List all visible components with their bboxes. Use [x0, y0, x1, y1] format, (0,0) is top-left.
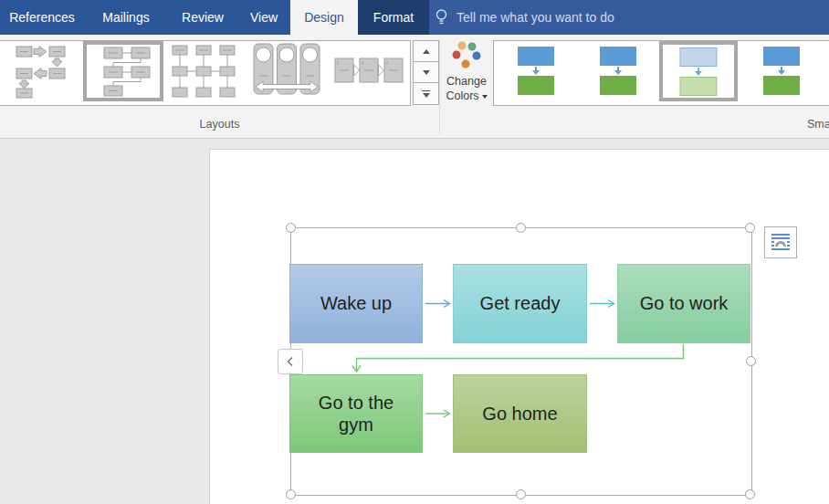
layout-thumb-continuous-picture-list[interactable]	[253, 43, 320, 98]
dropdown-caret-icon	[482, 95, 488, 99]
lightbulb-icon	[435, 8, 448, 26]
tab-review-label: Review	[182, 10, 224, 25]
smartart-style-white-outline[interactable]	[599, 47, 637, 95]
layouts-group-label: Layouts	[0, 118, 439, 131]
tab-design-label: Design	[304, 10, 344, 25]
layouts-gallery-scroll-down-button[interactable]	[413, 61, 439, 84]
gallery-more-arrow-icon	[423, 93, 430, 98]
repeating-bending-process-icon	[88, 46, 159, 97]
node-label: Get ready	[480, 292, 561, 314]
layouts-gallery-more-button[interactable]	[413, 82, 439, 105]
node-label: Go to work	[640, 292, 729, 314]
change-colors-label-line1: Change	[446, 75, 487, 88]
selection-handle-bottom-center[interactable]	[516, 489, 526, 499]
node-label: Go to the gym	[306, 392, 406, 436]
smartart-node-get-ready[interactable]: Get ready	[453, 264, 587, 343]
layouts-gallery-scroll-up-button[interactable]	[413, 40, 439, 63]
chevron-left-icon	[287, 356, 294, 367]
selection-handle-top-left[interactable]	[286, 223, 296, 233]
layout-options-icon	[771, 233, 791, 253]
block-list-grid-icon	[172, 44, 236, 99]
scroll-up-icon	[423, 49, 430, 54]
selection-handle-top-center[interactable]	[516, 223, 526, 233]
text-pane-toggle-button[interactable]	[278, 349, 303, 374]
smartart-node-go-to-work[interactable]: Go to work	[617, 264, 750, 343]
tab-design-active[interactable]: Design	[290, 0, 358, 35]
smartart-style-simple-fill[interactable]	[517, 47, 555, 95]
style-subtle-effect-icon	[679, 47, 718, 96]
continuous-picture-list-icon	[253, 43, 320, 98]
selection-handle-top-right[interactable]	[745, 223, 755, 233]
selection-handle-bottom-left[interactable]	[286, 489, 296, 499]
smartart-style-intense-effect[interactable]	[762, 47, 801, 95]
tell-me-box[interactable]: Tell me what you want to do	[435, 0, 614, 35]
smartart-node-go-home[interactable]: Go home	[453, 374, 587, 453]
group-separator	[439, 37, 440, 134]
ribbon-design-tab-content: Layouts Change Colors	[0, 35, 829, 139]
smartart-node-go-to-the-gym[interactable]: Go to the gym	[289, 374, 423, 453]
change-colors-icon	[450, 40, 483, 71]
layout-thumb-bending-process-arrows[interactable]	[16, 44, 68, 99]
tab-references[interactable]: References	[0, 0, 84, 35]
layout-options-button[interactable]	[764, 226, 797, 258]
bending-process-arrows-icon	[16, 44, 68, 99]
tab-view[interactable]: View	[237, 0, 290, 35]
gallery-more-icon	[422, 90, 430, 91]
change-colors-label-line2: Colors	[446, 89, 478, 102]
picture-accent-process-icon	[334, 55, 404, 86]
tab-mailings[interactable]: Mailings	[84, 0, 168, 35]
tab-view-label: View	[250, 10, 278, 25]
tab-references-label: References	[9, 10, 75, 25]
node-label: Go home	[482, 403, 557, 425]
layout-thumb-picture-accent-process[interactable]	[334, 55, 404, 86]
smartart-style-subtle-effect-selected[interactable]	[659, 41, 738, 101]
selection-handle-right-middle[interactable]	[746, 356, 756, 366]
tab-format-label: Format	[373, 10, 414, 25]
change-colors-button[interactable]: Change Colors	[441, 37, 492, 135]
smartart-styles-group-label: Sma	[807, 118, 829, 131]
style-simple-fill-icon	[517, 47, 555, 95]
style-intense-effect-icon	[762, 47, 801, 95]
style-white-outline-icon	[599, 47, 637, 95]
ribbon-tab-bar: References Mailings Review View Design F…	[0, 0, 829, 35]
scroll-down-icon	[423, 70, 430, 75]
tab-review[interactable]: Review	[168, 0, 237, 35]
layout-thumb-repeating-bending-process-selected[interactable]	[83, 41, 163, 101]
tab-mailings-label: Mailings	[102, 10, 149, 25]
tell-me-label: Tell me what you want to do	[456, 10, 614, 25]
smartart-node-wake-up[interactable]: Wake up	[289, 264, 423, 343]
word-smartart-window: { "tabs": { "items": [ {"label": "Refere…	[0, 0, 829, 504]
layout-thumb-block-list-grid[interactable]	[172, 44, 236, 99]
tab-format[interactable]: Format	[358, 0, 429, 35]
selection-handle-bottom-right[interactable]	[745, 489, 755, 499]
node-label: Wake up	[320, 292, 392, 314]
